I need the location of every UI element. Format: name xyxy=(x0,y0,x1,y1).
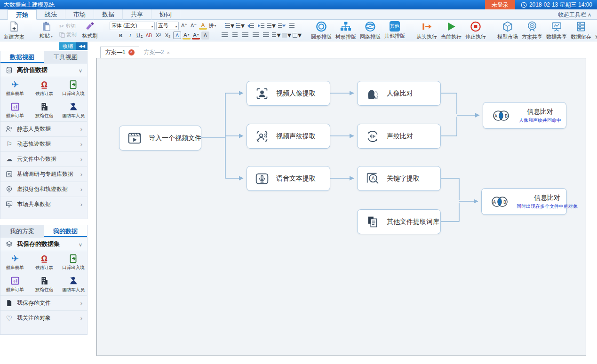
ribbon-tab-start[interactable]: 开始 xyxy=(8,9,37,20)
section-high-value-data[interactable]: 高价值数据 xyxy=(0,63,87,77)
data-share-button[interactable]: 数据共享 xyxy=(544,20,569,41)
canvas-tab-plan1[interactable]: 方案—1 xyxy=(100,47,139,58)
format-painter-button[interactable]: 格式刷 xyxy=(78,20,102,41)
plan-share-button[interactable]: 方案共享 xyxy=(520,20,544,41)
character-shading-button[interactable]: A xyxy=(201,32,209,40)
category-research-library-data[interactable]: 基础调研与专题库数据 xyxy=(0,166,87,182)
subscript-button[interactable]: X₂ xyxy=(164,32,172,40)
my-followed-objects[interactable]: 我关注的对象 xyxy=(0,310,87,325)
dataset-flight-order[interactable]: 航班订单 xyxy=(0,99,30,121)
cut-button[interactable]: ✂剪切 xyxy=(59,23,77,30)
close-icon[interactable] xyxy=(128,49,135,55)
outdent-button[interactable] xyxy=(246,22,255,30)
flow-canvas[interactable]: 导入一个视频文件 视频人像提取 视频声纹提取 语音文本提取 人像比对 声纹比对 … xyxy=(96,58,586,356)
sidebar-collapse-button[interactable]: 收缩 xyxy=(59,42,88,50)
my-saved-files[interactable]: 我保存的文件 xyxy=(0,295,87,310)
align-right-button[interactable] xyxy=(241,31,250,39)
node-speech-text-extract[interactable]: 语音文本提取 xyxy=(247,166,330,191)
align-center-button[interactable] xyxy=(231,31,239,39)
node-video-face-extract[interactable]: 视频人像提取 xyxy=(247,81,330,106)
node-info-compare-multi-file[interactable]: AB 信息比对 同时出现在多个文件中的对象 xyxy=(481,188,567,215)
ribbon-tab-share[interactable]: 共享 xyxy=(123,9,151,20)
category-market-shared-data[interactable]: 市场共享数据 xyxy=(0,197,87,212)
ribbon-tab-market[interactable]: 市场 xyxy=(65,9,94,20)
font-size-select[interactable]: 五号 xyxy=(156,22,179,30)
document-icon xyxy=(5,170,13,178)
run-current-button[interactable]: 当前执行 xyxy=(439,20,463,41)
ribbon-tab-collab[interactable]: 协同 xyxy=(151,9,180,20)
text-effects-button[interactable]: A xyxy=(199,22,207,30)
node-voiceprint-compare[interactable]: 声纹比对 xyxy=(357,124,441,149)
tab-tool-view[interactable]: 工具视图 xyxy=(44,51,87,63)
distribute-button[interactable] xyxy=(262,31,271,39)
node-other-files-lexicon[interactable]: 其他文件提取词库 xyxy=(357,209,441,234)
node-video-voiceprint-extract[interactable]: 视频声纹提取 xyxy=(247,124,330,149)
circle-layout-button[interactable]: 圆形排版 xyxy=(309,20,334,41)
ribbon-tab-data[interactable]: 数据 xyxy=(94,9,123,20)
character-scale-button[interactable]: ▾ xyxy=(267,22,276,30)
tree-layout-button[interactable]: 树形排版 xyxy=(334,20,358,41)
phonetic-guide-button[interactable]: 拼▾ xyxy=(208,22,216,30)
network-layout-button[interactable]: 网络排版 xyxy=(358,20,382,41)
ribbon-tab-tactics[interactable]: 战法 xyxy=(37,9,65,20)
dataset-flight-manifest[interactable]: 航班舱单 xyxy=(0,251,30,273)
login-status-badge[interactable]: 未登录 xyxy=(485,0,515,9)
indent-button[interactable] xyxy=(256,22,265,30)
category-dynamic-track-data[interactable]: 动态轨迹数据 xyxy=(0,136,87,151)
dataset-railway-ticket[interactable]: 铁路订票 xyxy=(30,77,59,99)
underline-button[interactable]: U▾ xyxy=(135,32,143,40)
superscript-button[interactable]: X² xyxy=(154,32,162,40)
tab-data-view[interactable]: 数据视图 xyxy=(0,51,44,63)
grow-font-button[interactable]: A⁺ xyxy=(180,22,188,30)
align-left-button[interactable] xyxy=(220,31,229,39)
dataset-railway-ticket[interactable]: 铁路订票 xyxy=(30,251,59,273)
dataset-hotel-stay[interactable]: 旅馆住宿 xyxy=(30,99,59,121)
italic-button[interactable]: I xyxy=(126,32,134,40)
shading-fill-button[interactable]: ▾ xyxy=(282,31,291,39)
node-face-compare[interactable]: 人像比对 xyxy=(357,81,441,106)
font-color-button[interactable]: A▾ xyxy=(192,32,200,40)
justify-button[interactable] xyxy=(251,31,260,39)
node-keyword-extract[interactable]: A 关键字提取 xyxy=(357,166,441,191)
highlight-color-button[interactable]: A▾ xyxy=(183,32,191,40)
dataset-defense-personnel[interactable]: 国防军人员 xyxy=(59,99,88,121)
category-virtual-identity-data[interactable]: 虚拟身份和轨迹数据 xyxy=(0,182,87,197)
numbered-list-button[interactable]: ▾ xyxy=(236,22,245,30)
shrink-font-button[interactable]: A⁻ xyxy=(190,22,198,30)
font-family-select[interactable]: 宋体 (正文) xyxy=(110,22,155,30)
dataset-hotel-stay[interactable]: 旅馆住宿 xyxy=(30,273,59,295)
bold-button[interactable]: B xyxy=(117,32,125,40)
dataset-port-entry-exit[interactable]: 口岸出入境 xyxy=(59,251,88,273)
dataset-defense-personnel[interactable]: 国防军人员 xyxy=(59,273,88,295)
tab-my-plans[interactable]: 我的方案 xyxy=(0,225,44,237)
new-plan-button[interactable]: 新建方案 xyxy=(2,20,26,41)
bullet-list-button[interactable]: ▾ xyxy=(225,22,234,30)
collapse-toolbar-button[interactable]: 收起工具栏 xyxy=(558,11,591,19)
stop-run-button[interactable]: 停止执行 xyxy=(463,20,488,41)
model-market-button[interactable]: 模型市场 xyxy=(495,20,520,41)
node-subtitle: 人像和声纹共同命中 xyxy=(519,117,561,124)
show-marks-button[interactable] xyxy=(287,22,296,30)
space-management-button[interactable]: 空间管理 xyxy=(593,20,597,41)
paste-button[interactable]: 粘贴 xyxy=(34,20,58,41)
line-spacing-button[interactable]: ▾ xyxy=(272,31,281,39)
sort-button[interactable] xyxy=(277,22,286,30)
strikethrough-button[interactable]: AB xyxy=(145,32,153,40)
close-icon[interactable] xyxy=(167,50,169,55)
node-info-compare-face-voice[interactable]: AB 信息比对 人像和声纹共同命中 xyxy=(483,102,566,129)
section-my-saved-datasets[interactable]: 我保存的数据集 xyxy=(0,237,87,251)
copy-button[interactable]: 复制 xyxy=(59,31,77,38)
node-import-video-file[interactable]: 导入一个视频文件 xyxy=(119,126,201,150)
data-retention-button[interactable]: 数据留存 xyxy=(569,20,593,41)
run-from-start-button[interactable]: 从头执行 xyxy=(414,20,439,41)
borders-button[interactable]: ▾ xyxy=(293,31,302,39)
dataset-flight-order[interactable]: 航班订单 xyxy=(0,273,30,295)
other-layout-button[interactable]: 其他 其他排版 xyxy=(382,20,407,41)
dataset-port-entry-exit[interactable]: 口岸出入境 xyxy=(59,77,88,99)
category-static-person-data[interactable]: 静态人员数据 xyxy=(0,121,87,136)
category-cloud-file-data[interactable]: 云文件中心数据 xyxy=(0,151,87,166)
dataset-flight-manifest[interactable]: 航班舱单 xyxy=(0,77,30,99)
tab-my-data[interactable]: 我的数据 xyxy=(44,225,87,237)
character-border-button[interactable]: A xyxy=(173,32,181,39)
canvas-tab-plan2[interactable]: 方案—2 xyxy=(139,47,174,58)
